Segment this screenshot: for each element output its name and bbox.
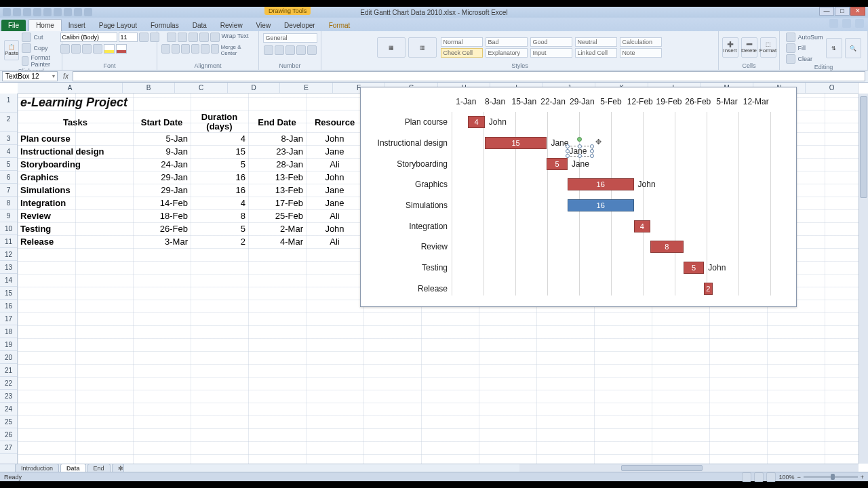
view-layout-icon[interactable] — [754, 472, 764, 482]
help-icon[interactable] — [842, 19, 851, 28]
gantt-bar[interactable]: 16 — [568, 199, 634, 211]
cell[interactable]: 2-Mar — [248, 222, 306, 235]
worksheet-grid[interactable]: ABCDEFGHIJKLMNO 123456789101112131415161… — [0, 83, 868, 472]
cell[interactable]: 4 — [191, 132, 248, 145]
row-header-13[interactable]: 13 — [0, 261, 17, 274]
vertical-scrollbar[interactable] — [859, 94, 868, 464]
font-color-icon[interactable] — [116, 44, 127, 54]
qat-undo-icon[interactable] — [23, 8, 31, 16]
row-header-18[interactable]: 18 — [0, 325, 17, 338]
qat-icon[interactable] — [74, 8, 82, 16]
cell[interactable]: 29-Jan — [133, 184, 191, 197]
dec-decimal-icon[interactable] — [307, 45, 317, 55]
cell[interactable]: 8-Jan — [248, 132, 306, 145]
cell[interactable]: 16 — [191, 184, 248, 197]
row-header-12[interactable]: 12 — [0, 248, 17, 261]
cell[interactable]: 8 — [191, 209, 248, 222]
conditional-formatting-button[interactable]: ▦ — [377, 37, 406, 58]
cell-style-linked[interactable]: Linked Cell — [575, 48, 617, 58]
delete-cells-button[interactable]: ➖Delete — [741, 37, 757, 58]
cell-style-normal[interactable]: Normal — [441, 37, 483, 47]
cell[interactable]: Graphics — [18, 171, 133, 184]
indent-inc-icon[interactable] — [201, 44, 210, 54]
cell[interactable]: Ali — [306, 209, 363, 222]
cell-style-note[interactable]: Note — [620, 48, 662, 58]
tab-data[interactable]: Data — [186, 20, 214, 31]
cell[interactable]: 2 — [191, 235, 248, 248]
col-header-D[interactable]: D — [228, 83, 281, 93]
header-cell[interactable]: Tasks — [18, 113, 133, 132]
cell[interactable]: 18-Feb — [133, 209, 191, 222]
row-header-7[interactable]: 7 — [0, 184, 17, 197]
qat-redo-icon[interactable] — [33, 8, 41, 16]
header-cell[interactable]: End Date — [248, 113, 306, 132]
merge-icon[interactable] — [211, 44, 220, 54]
cell[interactable]: Ali — [306, 158, 363, 171]
tab-view[interactable]: View — [250, 20, 278, 31]
sort-filter-button[interactable]: ⇅ — [826, 38, 842, 58]
cell[interactable]: Review — [18, 209, 133, 222]
align-right-icon[interactable] — [181, 44, 190, 54]
tab-review[interactable]: Review — [214, 20, 250, 31]
tab-format[interactable]: Format — [322, 20, 357, 31]
col-header-C[interactable]: C — [175, 83, 228, 93]
format-as-table-button[interactable]: ▥ — [408, 37, 437, 58]
border-icon[interactable] — [93, 44, 102, 54]
cut-label[interactable]: Cut — [33, 34, 43, 41]
cell[interactable]: Jane — [306, 184, 363, 197]
cell[interactable]: 25-Feb — [248, 209, 306, 222]
cell[interactable]: 26-Feb — [133, 222, 191, 235]
row-header-23[interactable]: 23 — [0, 390, 17, 403]
row-header-8[interactable]: 8 — [0, 197, 17, 209]
minimize-ribbon-icon[interactable] — [829, 19, 838, 28]
selected-textbox[interactable]: Jane — [567, 146, 593, 157]
find-select-button[interactable]: 🔍 — [845, 38, 861, 58]
align-bottom-icon[interactable] — [189, 33, 198, 42]
cell[interactable]: John — [306, 222, 363, 235]
tab-formulas[interactable]: Formulas — [144, 20, 186, 31]
cell[interactable]: Release — [18, 235, 133, 248]
bold-icon[interactable] — [60, 44, 70, 54]
new-sheet-button[interactable]: ✻ — [112, 464, 124, 472]
close-button[interactable]: ✕ — [850, 7, 865, 16]
sheet-tab-introduction[interactable]: Introduction — [15, 464, 59, 472]
paste-button[interactable]: 📋Paste — [4, 40, 19, 60]
col-header-E[interactable]: E — [280, 83, 333, 93]
qat-icon[interactable] — [84, 8, 92, 16]
row-header-21[interactable]: 21 — [0, 364, 17, 377]
cell[interactable]: 13-Feb — [248, 184, 306, 197]
font-name-input[interactable] — [60, 33, 117, 42]
zoom-slider[interactable] — [804, 476, 858, 478]
cell[interactable]: Integration — [18, 197, 133, 209]
row-header-15[interactable]: 15 — [0, 287, 17, 300]
number-format-select[interactable]: General — [263, 33, 317, 43]
col-header-B[interactable]: B — [123, 83, 176, 93]
row-header-1[interactable]: 1 — [0, 94, 17, 113]
row-header-2[interactable]: 2 — [0, 113, 17, 132]
cell[interactable]: 23-Jan — [248, 145, 306, 158]
cell[interactable]: Simulations — [18, 184, 133, 197]
row-header-20[interactable]: 20 — [0, 351, 17, 364]
row-header-9[interactable]: 9 — [0, 209, 17, 222]
cell[interactable]: 28-Jan — [248, 158, 306, 171]
autosum-icon[interactable] — [786, 33, 795, 42]
clear-icon[interactable] — [786, 54, 795, 64]
col-header-A[interactable]: A — [18, 83, 123, 93]
cell[interactable]: 5 — [191, 158, 248, 171]
copy-label[interactable]: Copy — [33, 45, 47, 52]
align-left-icon[interactable] — [161, 44, 170, 54]
sheet-tab-data[interactable]: Data — [60, 464, 86, 472]
align-top-icon[interactable] — [167, 33, 176, 42]
cell[interactable]: 9-Jan — [133, 145, 191, 158]
cell-style-calc[interactable]: Calculation — [620, 37, 662, 47]
gantt-bar[interactable]: 2 — [704, 283, 712, 295]
cell-style-good[interactable]: Good — [530, 37, 572, 47]
gantt-bar[interactable]: 4 — [468, 116, 484, 128]
qat-icon[interactable] — [54, 8, 62, 16]
orientation-icon[interactable] — [199, 33, 209, 42]
row-header-14[interactable]: 14 — [0, 274, 17, 287]
row-header-6[interactable]: 6 — [0, 171, 17, 184]
cell[interactable]: 16 — [191, 171, 248, 184]
fill-icon[interactable] — [786, 43, 795, 53]
cell[interactable]: 5-Jan — [133, 132, 191, 145]
